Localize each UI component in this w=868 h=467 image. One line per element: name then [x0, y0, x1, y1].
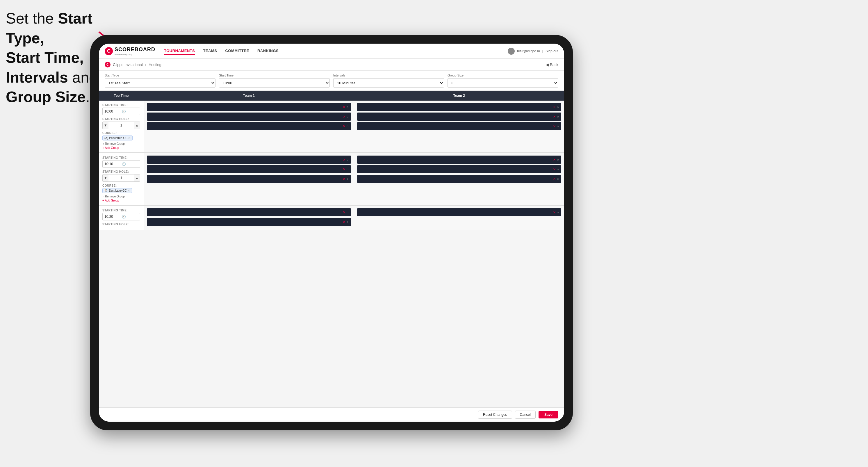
group-size-select[interactable]: 3 2 4 [447, 78, 558, 88]
slot-edit-4-3[interactable]: ○ [557, 177, 559, 181]
intervals-select[interactable]: 10 Minutes 8 Minutes 12 Minutes [333, 78, 444, 88]
slot-x-icon-2-1[interactable]: ✕ [553, 105, 556, 109]
starting-hole-stepper-1[interactable]: ▼ 1 ▲ [102, 122, 140, 129]
slot-edit-icon-1-2[interactable]: ○ [347, 115, 349, 119]
annotation-bold4: Group Size [6, 88, 86, 105]
slot-x-3-3[interactable]: ✕ [343, 177, 345, 181]
nav-tabs: TOURNAMENTS TEAMS COMMITTEE RANKINGS [164, 48, 508, 55]
slot-x-3-1[interactable]: ✕ [343, 158, 345, 162]
nav-tab-committee[interactable]: COMMITTEE [225, 48, 249, 55]
slot-edit-icon-1-3[interactable]: ○ [347, 124, 349, 128]
hole-decrement-1[interactable]: ▼ [103, 122, 108, 129]
slot-edit-4-1[interactable]: ○ [557, 158, 559, 162]
nav-user: blair@clippd.io | Sign out [508, 48, 558, 55]
slot-edit-icon-2-1[interactable]: ○ [557, 105, 559, 109]
nav-tab-tournaments[interactable]: TOURNAMENTS [164, 48, 195, 55]
nav-tab-rankings[interactable]: RANKINGS [257, 48, 279, 55]
app-logo: C SCOREBOARD Powered by clipp [105, 46, 155, 56]
slot-edit-icon-2-3[interactable]: ○ [557, 124, 559, 128]
remove-group-icon-2: ○ [102, 195, 104, 198]
starting-time-label-2: STARTING TIME: [102, 156, 140, 159]
starting-time-input-3[interactable]: 10:20 🕙 [102, 213, 140, 220]
slot-edit-5-2[interactable]: ○ [347, 220, 349, 224]
start-type-label: Start Type [105, 73, 215, 77]
slot-icons-2-3: ✕ ○ [553, 124, 559, 128]
separator: | [542, 49, 543, 53]
group-size-field: Group Size 3 2 4 [447, 73, 558, 88]
course-tags-2: 🏌 East Lake GC ✕ [102, 188, 140, 193]
tablet-screen: C SCOREBOARD Powered by clipp TOURNAMENT… [99, 43, 564, 422]
remove-group-icon-1: ○ [102, 142, 104, 146]
table-header: Tee Time Team 1 Team 2 [99, 91, 564, 101]
player-slot-3-2: ✕ ○ [147, 165, 351, 173]
logo-c-icon: C [105, 47, 113, 55]
slot-icons-1-2: ✕ ○ [343, 115, 349, 119]
slot-edit-icon-2-2[interactable]: ○ [557, 115, 559, 119]
slot-x-4-2[interactable]: ✕ [553, 167, 556, 171]
slot-edit-3-1[interactable]: ○ [347, 158, 349, 162]
starting-time-value-3: 10:20 [104, 215, 121, 219]
course-tags-1: (A) Peachtree GC ✕ [102, 135, 140, 141]
schedule-table: Tee Time Team 1 Team 2 STARTING TIME: 10… [99, 91, 564, 407]
add-group-2[interactable]: + Add Group [102, 199, 140, 202]
starting-hole-label-3: STARTING HOLE: [102, 223, 140, 226]
slot-icons-1-3: ✕ ○ [343, 124, 349, 128]
player-slot-5-2: ✕ ○ [147, 218, 351, 226]
start-type-select[interactable]: 1st Tee Start Shotgun Start [105, 78, 215, 88]
clock-icon-1: 🕙 [122, 110, 138, 114]
breadcrumb-separator: › [145, 63, 146, 67]
player-slot-2-1: ✕ ○ [357, 103, 561, 111]
slot-edit-3-3[interactable]: ○ [347, 177, 349, 181]
slot-x-5-1[interactable]: ✕ [343, 211, 345, 214]
start-time-select[interactable]: 10:00 09:00 11:00 [219, 78, 330, 88]
slot-x-icon-2-2[interactable]: ✕ [553, 115, 556, 119]
breadcrumb-bar: C Clippd Invitational › Hosting ◀ Back [99, 59, 564, 71]
slot-x-4-1[interactable]: ✕ [553, 158, 556, 162]
starting-time-input-1[interactable]: 10:00 🕙 [102, 107, 140, 115]
course-tag-remove-1[interactable]: ✕ [128, 136, 130, 139]
slot-x-icon-2-3[interactable]: ✕ [553, 124, 556, 128]
course-label-1: COURSE: [102, 131, 140, 135]
add-group-label-1: Add Group [105, 146, 119, 150]
hole-increment-2[interactable]: ▲ [134, 175, 140, 182]
slot-x-6-1[interactable]: ✕ [553, 211, 556, 214]
reset-changes-button[interactable]: Reset Changes [478, 411, 512, 419]
player-slot-4-3: ✕ ○ [357, 175, 561, 183]
slot-edit-4-2[interactable]: ○ [557, 167, 559, 171]
tournament-name[interactable]: Clippd Invitational [113, 63, 143, 67]
group-row-1: STARTING TIME: 10:00 🕙 STARTING HOLE: ▼ … [99, 101, 564, 153]
user-avatar [508, 48, 515, 55]
clock-icon-2: 🕙 [122, 162, 138, 166]
slot-x-4-3[interactable]: ✕ [553, 177, 556, 181]
hole-decrement-2[interactable]: ▼ [103, 175, 108, 182]
group-size-label: Group Size [447, 73, 558, 77]
nav-tab-teams[interactable]: TEAMS [203, 48, 217, 55]
slot-edit-icon-1-1[interactable]: ○ [347, 105, 349, 109]
remove-group-2[interactable]: ○ Remove Group [102, 195, 140, 198]
remove-group-1[interactable]: ○ Remove Group [102, 142, 140, 146]
slot-x-5-2[interactable]: ✕ [343, 220, 345, 224]
starting-time-input-2[interactable]: 10:10 🕙 [102, 160, 140, 168]
starting-hole-stepper-2[interactable]: ▼ 1 ▲ [102, 174, 140, 182]
sign-out-link[interactable]: Sign out [546, 49, 558, 53]
add-group-label-2: Add Group [105, 199, 119, 202]
hole-value-2: 1 [108, 176, 134, 180]
slot-x-3-2[interactable]: ✕ [343, 167, 345, 171]
back-button[interactable]: ◀ Back [546, 63, 558, 67]
user-email: blair@clippd.io [517, 49, 540, 53]
player-slot-2-3: ✕ ○ [357, 122, 561, 130]
add-group-1[interactable]: + Add Group [102, 146, 140, 150]
slot-x-icon-1-2[interactable]: ✕ [343, 115, 345, 119]
course-tag-remove-2[interactable]: ✕ [128, 189, 130, 192]
slot-edit-3-2[interactable]: ○ [347, 167, 349, 171]
team1-col-3: ✕ ○ ✕ ○ [144, 206, 354, 230]
slot-edit-5-1[interactable]: ○ [347, 211, 349, 214]
config-row: Start Type 1st Tee Start Shotgun Start S… [99, 71, 564, 91]
slot-x-icon-1-3[interactable]: ✕ [343, 124, 345, 128]
cancel-button[interactable]: Cancel [515, 411, 536, 419]
save-button[interactable]: Save [538, 411, 558, 418]
slot-edit-6-1[interactable]: ○ [557, 211, 559, 214]
course-tag-2: 🏌 East Lake GC ✕ [102, 188, 132, 193]
hole-increment-1[interactable]: ▲ [134, 122, 140, 129]
slot-x-icon-1-1[interactable]: ✕ [343, 105, 345, 109]
